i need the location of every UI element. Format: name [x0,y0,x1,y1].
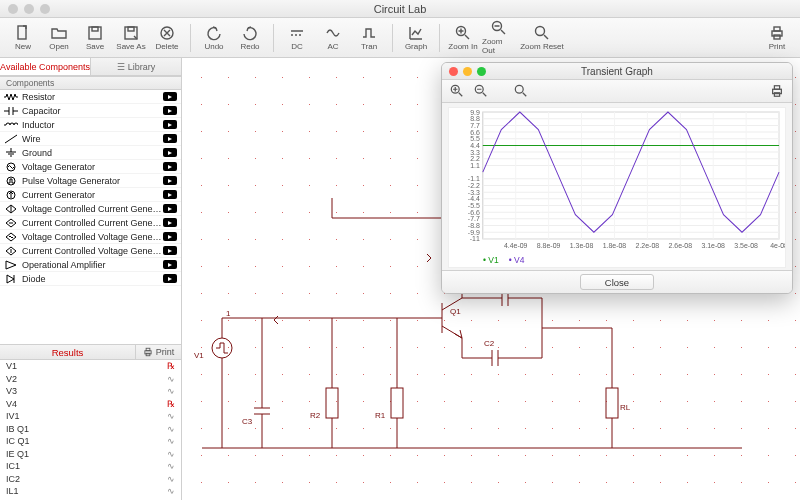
graph-button[interactable]: Graph [399,20,433,56]
play-badge-icon[interactable] [163,134,177,143]
graph-close-button[interactable]: Close [580,274,654,290]
tran-icon [361,25,377,41]
component-item-vgen[interactable]: Voltage Generator [0,160,181,174]
ac-button[interactable]: AC [316,20,350,56]
result-label: IV1 [6,411,155,421]
component-item-opamp[interactable]: Operational Amplifier [0,258,181,272]
tab-available-components[interactable]: Available Components [0,58,91,75]
zoom-window-dot[interactable] [40,4,50,14]
component-item-ground[interactable]: Ground [0,146,181,160]
print-button[interactable]: Print [760,20,794,56]
dc-icon [289,25,305,41]
component-name: Voltage Controlled Current Generator [22,204,163,214]
play-badge-icon[interactable] [163,106,177,115]
results-list: V1℞V2∿V3∿V4℞IV1∿IB Q1∿IC Q1∿IE Q1∿IC1∿IC… [0,360,181,500]
graph-zoomout-button[interactable] [472,82,490,100]
open-button[interactable]: Open [42,20,76,56]
svg-rect-0 [18,26,26,39]
close-window-dot[interactable] [8,4,18,14]
component-item-vcvg[interactable]: Voltage Controlled Voltage Generator [0,230,181,244]
component-item-wire[interactable]: Wire [0,132,181,146]
play-badge-icon[interactable] [163,204,177,213]
play-badge-icon[interactable] [163,176,177,185]
svg-text:3.1e-08: 3.1e-08 [701,242,725,249]
zoomout-label: Zoom Out [482,37,516,55]
result-row[interactable]: IB Q1∿ [0,423,181,436]
svg-rect-16 [146,348,150,351]
graph-plot-area: 9.98.87.76.65.54.43.32.21.1-1.1-2.2-3.3-… [448,107,786,268]
transient-graph-window[interactable]: Transient Graph 9.98.87.76.65.54.43.32.2… [441,62,793,294]
play-badge-icon[interactable] [163,218,177,227]
tran-label: Tran [361,42,377,51]
graph-titlebar[interactable]: Transient Graph [442,63,792,80]
component-name: Ground [22,148,163,158]
minimize-window-dot[interactable] [24,4,34,14]
svg-text:3.5e-08: 3.5e-08 [734,242,758,249]
new-button[interactable]: New [6,20,40,56]
zoomin-button[interactable]: Zoom In [446,20,480,56]
zoomreset-button[interactable]: Zoom Reset [518,20,566,56]
graph-close-dot[interactable] [449,67,458,76]
component-item-igen[interactable]: Current Generator [0,188,181,202]
result-row[interactable]: IE Q1∿ [0,448,181,461]
result-row[interactable]: IL1∿ [0,485,181,498]
svg-text:2.6e-08: 2.6e-08 [668,242,692,249]
play-badge-icon[interactable] [163,190,177,199]
graph-zoomin-button[interactable] [448,82,466,100]
component-item-ccvg[interactable]: Current Controlled Voltage Generator [0,244,181,258]
undo-button[interactable]: Undo [197,20,231,56]
play-badge-icon[interactable] [163,246,177,255]
saveas-button[interactable]: Save As [114,20,148,56]
zoomout-button[interactable]: Zoom Out [482,20,516,56]
toolbar-sep-1 [190,24,191,52]
tab-library[interactable]: ☰Library [91,58,181,75]
ccvg-icon [4,245,18,257]
result-row[interactable]: IC2∿ [0,473,181,486]
svg-rect-10 [774,27,780,31]
play-badge-icon[interactable] [163,260,177,269]
play-badge-icon[interactable] [163,274,177,283]
graph-zoom-dot[interactable] [477,67,486,76]
svg-point-8 [536,26,545,35]
save-button[interactable]: Save [78,20,112,56]
play-badge-icon[interactable] [163,120,177,129]
legend-v1: V1 [483,255,499,265]
graph-title: Transient Graph [581,66,653,77]
main-titlebar: Circuit Lab [0,0,800,18]
component-item-ccig[interactable]: Current Controlled Current Generator [0,216,181,230]
result-row[interactable]: IV1∿ [0,410,181,423]
component-item-diode[interactable]: Diode [0,272,181,286]
result-row[interactable]: V3∿ [0,385,181,398]
delete-button[interactable]: Delete [150,20,184,56]
results-print-button[interactable]: Print [135,345,181,359]
new-label: New [15,42,31,51]
graph-zoomreset-button[interactable] [512,82,530,100]
component-item-vcig[interactable]: Voltage Controlled Current Generator [0,202,181,216]
component-name: Resistor [22,92,163,102]
result-row[interactable]: IC Q1∿ [0,435,181,448]
redo-icon [242,25,258,41]
dc-button[interactable]: DC [280,20,314,56]
tran-button[interactable]: Tran [352,20,386,56]
result-row[interactable]: IC1∿ [0,460,181,473]
graph-print-button[interactable] [768,82,786,100]
pulse-icon [4,175,18,187]
result-label: V2 [6,374,155,384]
graph-min-dot[interactable] [463,67,472,76]
result-row[interactable]: V1℞ [0,360,181,373]
diode-icon [4,273,18,285]
undo-label: Undo [204,42,223,51]
component-item-inductor[interactable]: Inductor [0,118,181,132]
component-item-pulse[interactable]: Pulse Voltage Generator [0,174,181,188]
redo-button[interactable]: Redo [233,20,267,56]
component-item-capacitor[interactable]: Capacitor [0,104,181,118]
result-row[interactable]: V2∿ [0,373,181,386]
component-item-resistor[interactable]: Resistor [0,90,181,104]
igen-icon [4,189,18,201]
play-badge-icon[interactable] [163,92,177,101]
play-badge-icon[interactable] [163,148,177,157]
play-badge-icon[interactable] [163,232,177,241]
component-name: Operational Amplifier [22,260,163,270]
result-row[interactable]: V4℞ [0,398,181,411]
play-badge-icon[interactable] [163,162,177,171]
